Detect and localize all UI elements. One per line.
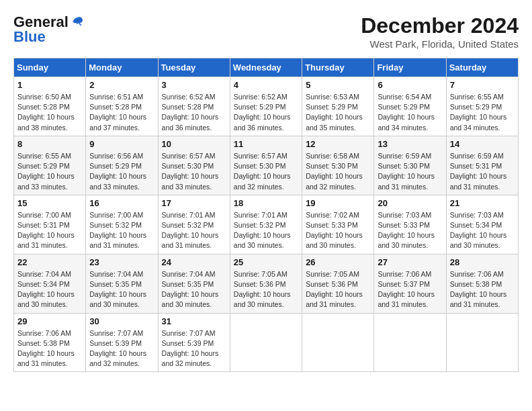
- calendar-cell: [230, 313, 302, 372]
- day-number: 25: [234, 257, 298, 267]
- header-thursday: Thursday: [302, 58, 374, 77]
- day-info: Sunrise: 7:05 AM Sunset: 5:36 PM Dayligh…: [234, 269, 298, 310]
- day-number: 9: [89, 139, 154, 149]
- day-info: Sunrise: 7:04 AM Sunset: 5:35 PM Dayligh…: [162, 269, 226, 310]
- day-info: Sunrise: 6:57 AM Sunset: 5:30 PM Dayligh…: [234, 151, 298, 192]
- calendar-cell: [446, 313, 518, 372]
- calendar-cell: 26 Sunrise: 7:05 AM Sunset: 5:36 PM Dayl…: [302, 254, 374, 313]
- day-number: 31: [162, 316, 226, 326]
- day-info: Sunrise: 6:52 AM Sunset: 5:28 PM Dayligh…: [162, 92, 226, 133]
- day-info: Sunrise: 6:51 AM Sunset: 5:28 PM Dayligh…: [89, 92, 154, 133]
- day-number: 8: [17, 139, 82, 149]
- calendar-cell: 6 Sunrise: 6:54 AM Sunset: 5:29 PM Dayli…: [374, 77, 446, 136]
- calendar-cell: 20 Sunrise: 7:03 AM Sunset: 5:33 PM Dayl…: [374, 195, 446, 254]
- day-number: 5: [306, 80, 370, 90]
- logo-bird-icon: [70, 15, 85, 30]
- day-number: 1: [17, 80, 82, 90]
- day-info: Sunrise: 7:06 AM Sunset: 5:38 PM Dayligh…: [450, 269, 515, 310]
- header-friday: Friday: [374, 58, 446, 77]
- day-info: Sunrise: 6:59 AM Sunset: 5:31 PM Dayligh…: [450, 151, 515, 192]
- day-number: 29: [17, 316, 82, 326]
- calendar-cell: 24 Sunrise: 7:04 AM Sunset: 5:35 PM Dayl…: [158, 254, 230, 313]
- day-number: 21: [450, 198, 515, 208]
- calendar-cell: 18 Sunrise: 7:01 AM Sunset: 5:32 PM Dayl…: [230, 195, 302, 254]
- day-number: 7: [450, 80, 515, 90]
- day-number: 23: [89, 257, 154, 267]
- day-number: 14: [450, 139, 515, 149]
- day-info: Sunrise: 6:56 AM Sunset: 5:29 PM Dayligh…: [89, 151, 154, 192]
- calendar-cell: 1 Sunrise: 6:50 AM Sunset: 5:28 PM Dayli…: [14, 77, 86, 136]
- calendar-cell: 19 Sunrise: 7:02 AM Sunset: 5:33 PM Dayl…: [302, 195, 374, 254]
- day-info: Sunrise: 7:05 AM Sunset: 5:36 PM Dayligh…: [306, 269, 370, 310]
- calendar-week-2: 8 Sunrise: 6:55 AM Sunset: 5:29 PM Dayli…: [14, 136, 519, 195]
- day-number: 26: [306, 257, 370, 267]
- calendar-week-1: 1 Sunrise: 6:50 AM Sunset: 5:28 PM Dayli…: [14, 77, 519, 136]
- day-number: 19: [306, 198, 370, 208]
- day-info: Sunrise: 6:50 AM Sunset: 5:28 PM Dayligh…: [17, 92, 82, 133]
- day-number: 18: [234, 198, 298, 208]
- calendar-cell: [302, 313, 374, 372]
- day-info: Sunrise: 7:03 AM Sunset: 5:33 PM Dayligh…: [378, 210, 442, 251]
- calendar-week-3: 15 Sunrise: 7:00 AM Sunset: 5:31 PM Dayl…: [14, 195, 519, 254]
- calendar-cell: 11 Sunrise: 6:57 AM Sunset: 5:30 PM Dayl…: [230, 136, 302, 195]
- calendar-cell: 15 Sunrise: 7:00 AM Sunset: 5:31 PM Dayl…: [14, 195, 86, 254]
- day-info: Sunrise: 7:06 AM Sunset: 5:37 PM Dayligh…: [378, 269, 442, 310]
- calendar-cell: [374, 313, 446, 372]
- logo: General Blue: [13, 13, 85, 46]
- calendar-cell: 16 Sunrise: 7:00 AM Sunset: 5:32 PM Dayl…: [86, 195, 158, 254]
- title-section: December 2024 West Park, Florida, United…: [361, 13, 519, 50]
- calendar-cell: 31 Sunrise: 7:07 AM Sunset: 5:39 PM Dayl…: [158, 313, 230, 372]
- day-number: 28: [450, 257, 515, 267]
- calendar-cell: 22 Sunrise: 7:04 AM Sunset: 5:34 PM Dayl…: [14, 254, 86, 313]
- calendar-cell: 7 Sunrise: 6:55 AM Sunset: 5:29 PM Dayli…: [446, 77, 518, 136]
- calendar-cell: 5 Sunrise: 6:53 AM Sunset: 5:29 PM Dayli…: [302, 77, 374, 136]
- day-info: Sunrise: 6:53 AM Sunset: 5:29 PM Dayligh…: [306, 92, 370, 133]
- calendar-cell: 27 Sunrise: 7:06 AM Sunset: 5:37 PM Dayl…: [374, 254, 446, 313]
- calendar-cell: 30 Sunrise: 7:07 AM Sunset: 5:39 PM Dayl…: [86, 313, 158, 372]
- day-number: 17: [162, 198, 226, 208]
- calendar-week-4: 22 Sunrise: 7:04 AM Sunset: 5:34 PM Dayl…: [14, 254, 519, 313]
- header-monday: Monday: [86, 58, 158, 77]
- day-number: 4: [234, 80, 298, 90]
- calendar-week-5: 29 Sunrise: 7:06 AM Sunset: 5:38 PM Dayl…: [14, 313, 519, 372]
- day-number: 15: [17, 198, 82, 208]
- calendar-cell: 8 Sunrise: 6:55 AM Sunset: 5:29 PM Dayli…: [14, 136, 86, 195]
- day-number: 10: [162, 139, 226, 149]
- calendar-cell: 17 Sunrise: 7:01 AM Sunset: 5:32 PM Dayl…: [158, 195, 230, 254]
- day-number: 11: [234, 139, 298, 149]
- header-saturday: Saturday: [446, 58, 518, 77]
- header-sunday: Sunday: [14, 58, 86, 77]
- day-info: Sunrise: 7:00 AM Sunset: 5:32 PM Dayligh…: [89, 210, 154, 251]
- day-info: Sunrise: 7:04 AM Sunset: 5:34 PM Dayligh…: [17, 269, 82, 310]
- day-info: Sunrise: 7:00 AM Sunset: 5:31 PM Dayligh…: [17, 210, 82, 251]
- calendar-cell: 3 Sunrise: 6:52 AM Sunset: 5:28 PM Dayli…: [158, 77, 230, 136]
- day-info: Sunrise: 7:01 AM Sunset: 5:32 PM Dayligh…: [234, 210, 298, 251]
- page-header: General Blue December 2024 West Park, Fl…: [13, 13, 519, 50]
- day-info: Sunrise: 6:55 AM Sunset: 5:29 PM Dayligh…: [17, 151, 82, 192]
- day-info: Sunrise: 7:01 AM Sunset: 5:32 PM Dayligh…: [162, 210, 226, 251]
- day-info: Sunrise: 7:03 AM Sunset: 5:34 PM Dayligh…: [450, 210, 515, 251]
- month-year-title: December 2024: [361, 13, 519, 38]
- calendar-cell: 28 Sunrise: 7:06 AM Sunset: 5:38 PM Dayl…: [446, 254, 518, 313]
- day-info: Sunrise: 6:54 AM Sunset: 5:29 PM Dayligh…: [378, 92, 442, 133]
- calendar-header-row: Sunday Monday Tuesday Wednesday Thursday…: [14, 58, 519, 77]
- day-info: Sunrise: 6:58 AM Sunset: 5:30 PM Dayligh…: [306, 151, 370, 192]
- day-info: Sunrise: 7:02 AM Sunset: 5:33 PM Dayligh…: [306, 210, 370, 251]
- calendar-cell: 4 Sunrise: 6:52 AM Sunset: 5:29 PM Dayli…: [230, 77, 302, 136]
- header-wednesday: Wednesday: [230, 58, 302, 77]
- logo-blue: Blue: [13, 28, 46, 46]
- day-info: Sunrise: 6:52 AM Sunset: 5:29 PM Dayligh…: [234, 92, 298, 133]
- calendar-cell: 10 Sunrise: 6:57 AM Sunset: 5:30 PM Dayl…: [158, 136, 230, 195]
- day-info: Sunrise: 6:55 AM Sunset: 5:29 PM Dayligh…: [450, 92, 515, 133]
- calendar-cell: 21 Sunrise: 7:03 AM Sunset: 5:34 PM Dayl…: [446, 195, 518, 254]
- day-info: Sunrise: 7:07 AM Sunset: 5:39 PM Dayligh…: [89, 328, 154, 369]
- calendar-cell: 2 Sunrise: 6:51 AM Sunset: 5:28 PM Dayli…: [86, 77, 158, 136]
- day-number: 24: [162, 257, 226, 267]
- day-number: 6: [378, 80, 442, 90]
- calendar-cell: 29 Sunrise: 7:06 AM Sunset: 5:38 PM Dayl…: [14, 313, 86, 372]
- day-info: Sunrise: 7:07 AM Sunset: 5:39 PM Dayligh…: [162, 328, 226, 369]
- day-info: Sunrise: 7:06 AM Sunset: 5:38 PM Dayligh…: [17, 328, 82, 369]
- calendar-table: Sunday Monday Tuesday Wednesday Thursday…: [13, 58, 519, 372]
- day-number: 30: [89, 316, 154, 326]
- header-tuesday: Tuesday: [158, 58, 230, 77]
